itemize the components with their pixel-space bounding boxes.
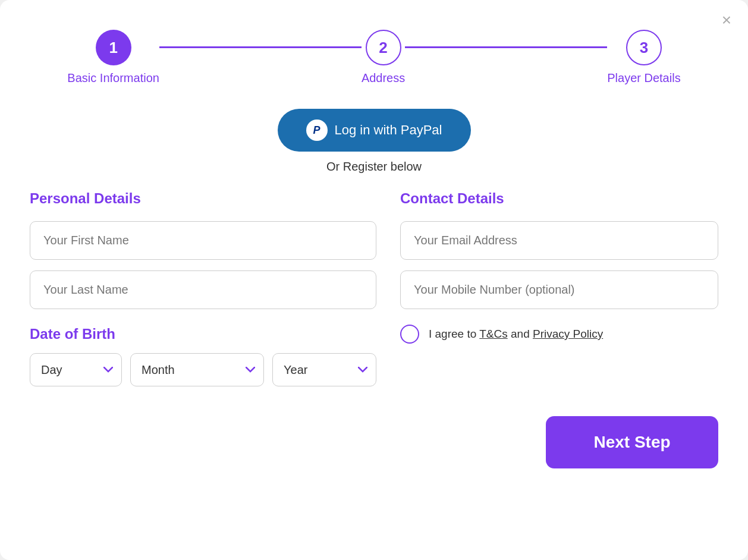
step-3-label: Player Details bbox=[607, 71, 680, 85]
paypal-login-button[interactable]: P Log in with PayPal bbox=[278, 109, 471, 152]
step-1-label: Basic Information bbox=[67, 71, 159, 85]
step-1-circle: 1 bbox=[96, 30, 131, 65]
personal-details-col: Personal Details Date of Birth Day 1234 … bbox=[30, 190, 376, 386]
next-step-button[interactable]: Next Step bbox=[546, 416, 718, 468]
step-2-label: Address bbox=[362, 71, 405, 85]
close-button[interactable]: × bbox=[722, 12, 731, 29]
dob-year-select[interactable]: Year 200520042003 200220012000 199919981… bbox=[272, 353, 376, 386]
step-2-circle: 2 bbox=[366, 30, 401, 65]
tnc-link[interactable]: T&Cs bbox=[479, 328, 508, 340]
mobile-input[interactable] bbox=[400, 270, 718, 309]
next-step-row: Next Step bbox=[30, 416, 718, 468]
or-register-text: Or Register below bbox=[30, 160, 718, 174]
form-area: Personal Details Date of Birth Day 1234 … bbox=[30, 190, 718, 386]
last-name-input[interactable] bbox=[30, 270, 376, 309]
registration-modal: × 1 Basic Information 2 Address 3 Player… bbox=[0, 0, 748, 560]
stepper: 1 Basic Information 2 Address 3 Player D… bbox=[30, 24, 718, 85]
paypal-icon: P bbox=[306, 119, 328, 141]
agree-row: I agree to T&Cs and Privacy Policy bbox=[400, 325, 718, 344]
step-3-circle: 3 bbox=[626, 30, 662, 65]
agree-text: I agree to T&Cs and Privacy Policy bbox=[429, 328, 603, 341]
paypal-button-label: Log in with PayPal bbox=[335, 122, 442, 138]
step-line-2 bbox=[405, 46, 607, 48]
step-line-1 bbox=[159, 46, 362, 48]
step-1: 1 Basic Information bbox=[67, 30, 159, 85]
dob-month-select[interactable]: Month JanuaryFebruaryMarch AprilMayJune … bbox=[130, 353, 264, 386]
first-name-input[interactable] bbox=[30, 221, 376, 260]
contact-details-col: Contact Details I agree to T&Cs and Priv… bbox=[400, 190, 718, 386]
email-input[interactable] bbox=[400, 221, 718, 260]
dob-selects: Day 1234 5678 9101112 13141516 17181920 … bbox=[30, 353, 376, 386]
step-2: 2 Address bbox=[362, 30, 405, 85]
agree-checkbox[interactable] bbox=[400, 325, 419, 344]
dob-label: Date of Birth bbox=[30, 326, 376, 342]
personal-details-title: Personal Details bbox=[30, 190, 376, 207]
contact-details-title: Contact Details bbox=[400, 190, 718, 207]
privacy-link[interactable]: Privacy Policy bbox=[533, 328, 603, 340]
dob-day-select[interactable]: Day 1234 5678 9101112 13141516 17181920 … bbox=[30, 353, 122, 386]
step-3: 3 Player Details bbox=[607, 30, 680, 85]
